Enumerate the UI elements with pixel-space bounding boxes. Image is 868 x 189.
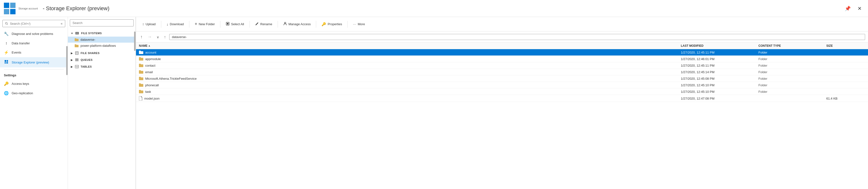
upload-label: Upload: [146, 22, 156, 26]
svg-rect-2: [4, 9, 9, 14]
tree-item-power-platform[interactable]: power-platform-dataflows: [68, 43, 135, 49]
svg-point-24: [284, 22, 286, 24]
file-name: task: [145, 90, 151, 94]
download-button[interactable]: ↓ Download: [163, 21, 187, 28]
titlebar-app-info: Storage account: [19, 7, 38, 10]
file-row[interactable]: appmodule 1/27/2020, 12:46:01 PM Folder: [136, 56, 868, 62]
left-nav-scrollbar[interactable]: [66, 46, 68, 75]
file-name-cell: email: [139, 70, 681, 74]
tree-search-input[interactable]: [70, 20, 133, 26]
file-last-modified: 1/27/2020, 12:47:08 PM: [681, 97, 758, 100]
tree-section-label: QUEUES: [81, 58, 93, 61]
tree-section-file-systems[interactable]: ▼ FILE SYSTEMS: [68, 30, 135, 37]
file-icon: [139, 96, 142, 100]
new-folder-button[interactable]: + New Folder: [191, 20, 218, 28]
left-nav-search-input[interactable]: [10, 22, 59, 26]
col-last-modified-label: LAST MODIFIED: [681, 44, 703, 48]
file-content-type: Folder: [758, 57, 826, 61]
sort-icon: ∧: [148, 44, 150, 47]
col-header-name[interactable]: NAME ∧: [139, 44, 681, 48]
titlebar-title: - Storage Explorer (preview): [43, 5, 110, 12]
manage-access-button[interactable]: Manage Access: [280, 20, 314, 28]
expand-button[interactable]: ∨: [155, 35, 160, 39]
file-row[interactable]: model.json 1/27/2020, 12:47:08 PM 61.4 K…: [136, 95, 868, 102]
nav-item-diagnose[interactable]: 🔧 Diagnose and solve problems: [0, 29, 68, 38]
address-path-input[interactable]: [169, 34, 865, 40]
download-label: Download: [170, 22, 184, 26]
folder-icon: [139, 70, 143, 74]
select-all-button[interactable]: Select All: [222, 20, 247, 28]
file-row[interactable]: Microsoft.Athena.TrickleFeedService 1/27…: [136, 75, 868, 82]
queues-icon: [75, 58, 79, 62]
file-name: account: [145, 51, 156, 54]
svg-rect-16: [75, 60, 79, 61]
file-row[interactable]: contact 1/27/2020, 12:45:11 PM Folder: [136, 62, 868, 69]
titlebar-left: Storage account - Storage Explorer (prev…: [4, 3, 110, 14]
folder-icon: [75, 44, 79, 48]
toolbar: ↑ Upload ↓ Download + New Folder Select …: [136, 17, 868, 32]
file-row[interactable]: task 1/27/2020, 12:45:10 PM Folder: [136, 89, 868, 95]
file-name-cell: model.json: [139, 96, 681, 100]
file-row[interactable]: email 1/27/2020, 12:45:14 PM Folder: [136, 69, 868, 75]
pin-button[interactable]: 📌: [842, 5, 853, 12]
tree-section-tables[interactable]: ▶ TABLES: [68, 63, 135, 70]
col-name-label: NAME: [139, 44, 147, 48]
svg-rect-12: [75, 52, 78, 55]
collapse-icon[interactable]: «: [61, 22, 63, 26]
tree-section-queues[interactable]: ▶ QUEUES: [68, 57, 135, 63]
tree-section-label: FILE SYSTEMS: [81, 32, 101, 35]
up-button[interactable]: ↑: [162, 34, 167, 40]
tree-scrollbar[interactable]: [134, 32, 135, 51]
upload-button[interactable]: ↑ Upload: [139, 21, 159, 28]
address-bar: ↑ → ∨ ↑: [136, 32, 868, 43]
toolbar-sep-2: [189, 21, 189, 28]
manage-access-label: Manage Access: [288, 22, 311, 26]
forward-button[interactable]: →: [146, 34, 153, 40]
more-button[interactable]: ··· More: [350, 21, 368, 27]
left-nav: « 🔧 Diagnose and solve problems ↕ Data t…: [0, 17, 68, 189]
folder-icon: [139, 90, 143, 94]
tree-section-file-shares[interactable]: ▶ FILE SHARES: [68, 50, 135, 57]
left-nav-search-container[interactable]: «: [2, 20, 65, 27]
svg-rect-6: [5, 60, 6, 62]
svg-line-5: [7, 24, 8, 25]
col-header-content-type[interactable]: CONTENT TYPE: [758, 44, 826, 48]
settings-header: Settings: [0, 71, 68, 79]
file-name: phonecall: [145, 83, 159, 87]
select-all-label: Select All: [231, 22, 244, 26]
file-content-type: Folder: [758, 77, 826, 81]
file-last-modified: 1/27/2020, 12:45:08 PM: [681, 77, 758, 81]
tree-item-dataverse[interactable]: dataverse-: [68, 37, 135, 43]
tree-item-label: dataverse-: [81, 38, 95, 41]
nav-item-events[interactable]: ⚡ Events: [0, 48, 68, 57]
nav-item-access-keys[interactable]: 🔑 Access keys: [0, 79, 68, 89]
svg-rect-15: [75, 59, 79, 59]
col-header-last-modified[interactable]: LAST MODIFIED: [681, 44, 758, 48]
rename-button[interactable]: Rename: [252, 20, 276, 28]
file-last-modified: 1/27/2020, 12:46:01 PM: [681, 57, 758, 61]
properties-button[interactable]: 🔑 Properties: [318, 21, 345, 28]
globe-icon: 🌐: [4, 91, 9, 95]
folder-icon: [75, 38, 79, 41]
file-name-cell: account: [139, 51, 681, 54]
file-row[interactable]: phonecall 1/27/2020, 12:45:10 PM Folder: [136, 82, 868, 89]
file-systems-icon: [75, 31, 79, 35]
back-button[interactable]: ↑: [139, 34, 144, 40]
file-content-type: Folder: [758, 64, 826, 67]
close-button[interactable]: ✕: [855, 5, 864, 12]
nav-item-label: Data transfer: [12, 41, 30, 45]
manage-access-icon: [283, 22, 287, 26]
file-content-type: Folder: [758, 70, 826, 74]
nav-item-storage-explorer[interactable]: Storage Explorer (preview): [0, 57, 68, 67]
folder-icon: [139, 63, 143, 67]
storage-explorer-icon: [4, 60, 9, 65]
toolbar-sep-3: [220, 21, 220, 28]
file-row[interactable]: account 1/27/2020, 12:45:11 PM Folder: [136, 49, 868, 56]
toolbar-sep-1: [161, 21, 161, 28]
toolbar-sep-5: [278, 21, 278, 28]
col-header-size[interactable]: SIZE: [826, 44, 865, 48]
nav-item-data-transfer[interactable]: ↕ Data transfer: [0, 38, 68, 48]
col-content-type-label: CONTENT TYPE: [758, 44, 781, 48]
nav-item-geo-replication[interactable]: 🌐 Geo-replication: [0, 89, 68, 98]
nav-item-label: Diagnose and solve problems: [12, 32, 53, 36]
